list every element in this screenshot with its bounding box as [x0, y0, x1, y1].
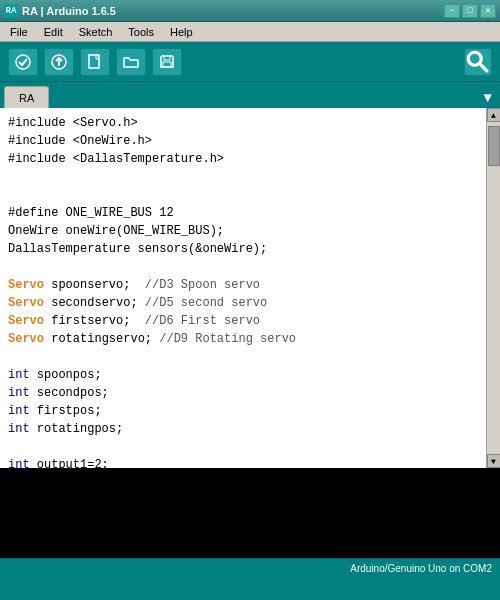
code-line — [8, 258, 478, 276]
serial-monitor-panel — [0, 468, 500, 558]
code-line: #include <OneWire.h> — [8, 132, 478, 150]
code-line: #include <Servo.h> — [8, 114, 478, 132]
status-bar: Arduino/Genuino Uno on COM2 — [0, 558, 500, 578]
close-button[interactable]: ✕ — [480, 4, 496, 18]
scroll-thumb[interactable] — [488, 126, 500, 166]
maximize-button[interactable]: □ — [462, 4, 478, 18]
menu-tools[interactable]: Tools — [122, 24, 160, 40]
vertical-scrollbar[interactable]: ▲ ▼ — [486, 108, 500, 468]
code-line: Servo rotatingservo; //D9 Rotating servo — [8, 330, 478, 348]
code-line: int spoonpos; — [8, 366, 478, 384]
code-line — [8, 438, 478, 456]
svg-line-5 — [480, 64, 487, 71]
menu-help[interactable]: Help — [164, 24, 199, 40]
code-content[interactable]: #include <Servo.h>#include <OneWire.h>#i… — [0, 108, 486, 468]
title-bar-left: RA RA | Arduino 1.6.5 — [4, 4, 116, 18]
minimize-button[interactable]: − — [444, 4, 460, 18]
tab-ra[interactable]: RA — [4, 86, 49, 108]
title-bar: RA RA | Arduino 1.6.5 − □ ✕ — [0, 0, 500, 22]
code-line: Servo firstservo; //D6 First servo — [8, 312, 478, 330]
tab-dropdown-arrow[interactable]: ▼ — [484, 90, 496, 108]
code-line: Servo spoonservo; //D3 Spoon servo — [8, 276, 478, 294]
save-button[interactable] — [152, 48, 182, 76]
code-line: int output1=2; — [8, 456, 478, 468]
search-button[interactable] — [464, 48, 492, 76]
scroll-down-button[interactable]: ▼ — [487, 454, 501, 468]
window-title: RA | Arduino 1.6.5 — [22, 5, 116, 17]
editor-area: #include <Servo.h>#include <OneWire.h>#i… — [0, 108, 500, 468]
svg-point-0 — [16, 55, 30, 69]
menu-sketch[interactable]: Sketch — [73, 24, 119, 40]
window-controls: − □ ✕ — [444, 4, 496, 18]
code-line: Servo secondservo; //D5 second servo — [8, 294, 478, 312]
app-icon: RA — [4, 4, 18, 18]
code-line: int rotatingpos; — [8, 420, 478, 438]
tab-bar: RA ▼ — [0, 82, 500, 108]
toolbar — [0, 42, 500, 82]
menu-edit[interactable]: Edit — [38, 24, 69, 40]
code-line: #define ONE_WIRE_BUS 12 — [8, 204, 478, 222]
code-line: #include <DallasTemperature.h> — [8, 150, 478, 168]
code-line: OneWire oneWire(ONE_WIRE_BUS); — [8, 222, 478, 240]
code-line — [8, 348, 478, 366]
new-button[interactable] — [80, 48, 110, 76]
code-line: DallasTemperature sensors(&oneWire); — [8, 240, 478, 258]
verify-button[interactable] — [8, 48, 38, 76]
upload-button[interactable] — [44, 48, 74, 76]
menu-file[interactable]: File — [4, 24, 34, 40]
code-line — [8, 186, 478, 204]
scroll-track — [487, 122, 501, 454]
status-text: Arduino/Genuino Uno on COM2 — [350, 563, 492, 574]
svg-point-4 — [468, 52, 481, 65]
code-line — [8, 168, 478, 186]
code-line: int secondpos; — [8, 384, 478, 402]
open-button[interactable] — [116, 48, 146, 76]
menu-bar: File Edit Sketch Tools Help — [0, 22, 500, 42]
code-line: int firstpos; — [8, 402, 478, 420]
scroll-up-button[interactable]: ▲ — [487, 108, 501, 122]
